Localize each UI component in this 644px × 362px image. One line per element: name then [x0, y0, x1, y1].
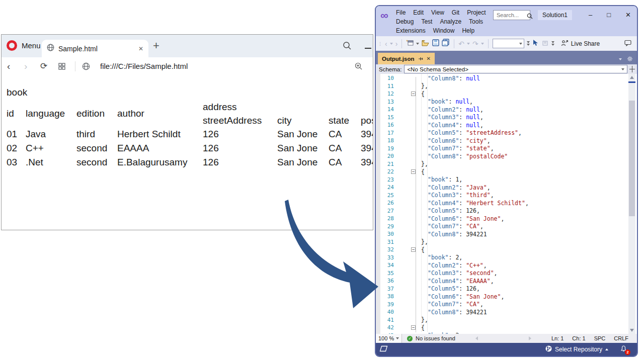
code-line-14[interactable]: 14"Column2": null,	[376, 106, 628, 114]
new-project-dropdown-icon[interactable]	[416, 43, 419, 45]
undo-dropdown-icon[interactable]	[467, 43, 470, 45]
menu-test[interactable]: Test	[421, 18, 432, 25]
code-line-42[interactable]: 42−{	[376, 324, 628, 332]
code-line-37[interactable]: 37"Column5": 126,	[376, 285, 628, 293]
code-line-26[interactable]: 26"Column4": "Herbert Schildt",	[376, 199, 628, 207]
code-line-30[interactable]: 30"Column8": 394221	[376, 230, 628, 238]
code-line-18[interactable]: 18"Column6": "city",	[376, 137, 628, 145]
undo-icon[interactable]: ↶	[458, 40, 464, 48]
fold-collapse-box[interactable]: −	[411, 325, 416, 330]
code-line-36[interactable]: 36"Column4": "EAAAA",	[376, 277, 628, 285]
line-indicator[interactable]: Ln: 1	[551, 335, 564, 341]
code-line-32[interactable]: 32−{	[376, 246, 628, 254]
toolbar-overflow-icon[interactable]	[527, 41, 530, 46]
zoom-in-icon[interactable]	[355, 57, 363, 75]
tab-list-dropdown-icon[interactable]	[619, 58, 622, 60]
code-line-31[interactable]: 31},	[376, 238, 628, 246]
code-line-16[interactable]: 16"Column4": null,	[376, 121, 628, 129]
code-line-12[interactable]: 12−{	[376, 90, 628, 98]
redo-dropdown-icon[interactable]	[481, 43, 484, 45]
scrollbar-thumb[interactable]	[629, 101, 635, 216]
fold-collapse-box[interactable]: −	[411, 169, 416, 174]
save-all-icon[interactable]	[442, 39, 450, 48]
scroll-right-icon[interactable]	[529, 336, 531, 340]
horizontal-scrollbar[interactable]	[455, 336, 551, 340]
fold-collapse-box[interactable]: −	[411, 247, 416, 252]
navigate-back-icon[interactable]: ‹	[385, 40, 387, 48]
background-tasks-icon[interactable]	[379, 345, 388, 353]
redo-icon[interactable]: ↷	[472, 40, 478, 48]
code-line-25[interactable]: 25"Column3": "third",	[376, 192, 628, 200]
menu-extensions[interactable]: Extensions	[396, 27, 426, 34]
pin-icon[interactable]	[418, 56, 423, 62]
code-line-24[interactable]: 24"Column2": "Java",	[376, 184, 628, 192]
url-field[interactable]: file:///C:/Files/Sample.html	[100, 57, 188, 75]
menu-window[interactable]: Window	[433, 27, 455, 34]
document-tab-outputjson[interactable]: Output.json ✕	[378, 53, 435, 64]
code-line-19[interactable]: 19"Column7": "state",	[376, 145, 628, 153]
browser-tab[interactable]: Sample.html ✕	[42, 40, 148, 57]
live-share-icon[interactable]	[561, 39, 569, 48]
toolbar-overflow-icon[interactable]	[551, 41, 554, 46]
reload-icon[interactable]: ⟳	[40, 57, 47, 75]
vs-search-input[interactable]	[493, 10, 530, 20]
attach-icon[interactable]	[542, 39, 549, 48]
save-icon[interactable]	[432, 39, 439, 48]
navigate-forward-icon[interactable]: ›	[395, 40, 398, 48]
search-icon[interactable]	[343, 41, 352, 52]
vs-minimize-button[interactable]: –	[589, 11, 592, 19]
vs-maximize-button[interactable]: □	[607, 11, 611, 19]
code-line-35[interactable]: 35"Column3": "second",	[376, 269, 628, 278]
browser-minimize-button[interactable]	[365, 48, 371, 49]
code-line-22[interactable]: 22−{	[376, 168, 628, 176]
search-icon[interactable]	[527, 12, 533, 21]
fold-collapse-box[interactable]: −	[411, 92, 416, 96]
back-icon[interactable]: ‹	[7, 57, 10, 75]
spaces-indicator[interactable]: SPC	[594, 335, 606, 341]
eol-indicator[interactable]: CRLF	[614, 335, 628, 341]
new-tab-button[interactable]: +	[153, 39, 159, 52]
code-line-28[interactable]: 28"Column6": "San Jone",	[376, 215, 628, 223]
code-line-38[interactable]: 38"Column6": "San Jone",	[376, 293, 628, 301]
code-line-40[interactable]: 40"Column8": 394221	[376, 308, 628, 316]
forward-icon[interactable]: ›	[24, 57, 27, 75]
menu-file[interactable]: File	[396, 9, 406, 16]
code-line-41[interactable]: 41},	[376, 316, 628, 324]
menu-help[interactable]: Help	[462, 27, 474, 34]
code-line-11[interactable]: 11},	[376, 82, 628, 90]
browser-menu-button[interactable]: Menu	[22, 41, 41, 50]
split-window-icon[interactable]	[628, 65, 636, 73]
cursor-pointer-icon[interactable]	[532, 39, 539, 48]
code-line-10[interactable]: 10"Column8": null	[376, 74, 628, 82]
code-line-33[interactable]: 33"book": 2,	[376, 254, 628, 262]
vertical-scrollbar[interactable]	[628, 74, 635, 334]
notifications-button[interactable]: 2	[620, 345, 627, 353]
code-line-23[interactable]: 23"book": 1,	[376, 176, 628, 184]
code-line-34[interactable]: 34"Column2": "C++",	[376, 261, 628, 269]
column-indicator[interactable]: Ch: 1	[572, 335, 585, 341]
code-line-39[interactable]: 39"Column7": "CA",	[376, 301, 628, 309]
json-editor[interactable]: 10"Column8": null11},12−{13"book": null,…	[376, 74, 637, 334]
menu-debug[interactable]: Debug	[396, 18, 414, 25]
scroll-down-icon[interactable]	[630, 329, 634, 332]
navigate-back-dropdown-icon[interactable]	[390, 43, 393, 45]
menu-analyze[interactable]: Analyze	[440, 18, 461, 25]
live-share-button[interactable]: Live Share	[571, 40, 600, 47]
code-line-27[interactable]: 27"Column5": 126,	[376, 207, 628, 215]
open-file-icon[interactable]	[422, 39, 430, 48]
tab-close-icon[interactable]: ✕	[138, 45, 143, 52]
scroll-up-icon[interactable]	[630, 76, 634, 79]
code-line-13[interactable]: 13"book": null,	[376, 98, 628, 106]
doc-tab-close-icon[interactable]: ✕	[427, 56, 431, 61]
code-line-15[interactable]: 15"Column3": null,	[376, 114, 628, 122]
menu-view[interactable]: View	[431, 9, 444, 16]
speed-dial-icon[interactable]	[58, 57, 65, 75]
solution-name-badge[interactable]: Solution1	[538, 10, 572, 20]
new-project-icon[interactable]	[406, 39, 414, 48]
code-line-17[interactable]: 17"Column5": "streetAddress",	[376, 129, 628, 137]
configuration-combobox[interactable]	[493, 39, 524, 48]
select-repository-button[interactable]: Select Repository	[545, 345, 608, 353]
feedback-icon[interactable]	[624, 39, 632, 48]
menu-tools[interactable]: Tools	[469, 18, 483, 25]
menu-project[interactable]: Project	[467, 9, 486, 16]
